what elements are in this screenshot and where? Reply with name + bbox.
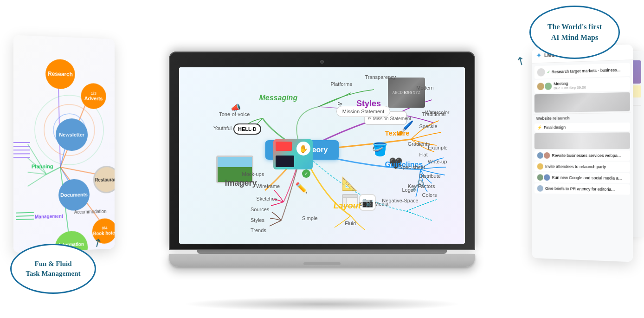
- flat-label: Flat: [419, 152, 427, 157]
- svg-line-8: [28, 144, 46, 175]
- right-card: ✦ LMG Accountancy ✓ Research target mark…: [532, 45, 633, 262]
- hello-speech-bubble: HELL·D: [233, 123, 261, 135]
- left-card: Research 1/3 Adverts Newsletter Document…: [13, 35, 115, 253]
- writeup-label: Write-up: [428, 159, 447, 164]
- simple-label: Simple: [302, 215, 318, 221]
- example-label: Example: [428, 145, 448, 150]
- specsheet-label: Spec-sheet: [399, 164, 425, 170]
- left-card-content: Research 1/3 Adverts Newsletter Document…: [13, 35, 115, 253]
- bottom-left-annotation-text: Fun & FluidTask Management: [26, 259, 80, 279]
- paint-bucket-icon: 🪣: [371, 138, 389, 161]
- left-adverts-node: 1/3 Adverts: [81, 83, 106, 109]
- section-label: Website relaunch: [534, 112, 631, 123]
- wireframe-label: Wireframe: [256, 183, 280, 189]
- task-item-7: Give briefs to PR agency for editoria...: [535, 183, 630, 195]
- laptop-bottom: [169, 254, 475, 267]
- task-item-1: ✓ Research target markets - business...: [535, 63, 630, 78]
- layout-label: Layout: [334, 201, 361, 211]
- pencil-icon: ✏️: [293, 180, 309, 196]
- left-management-text: Management: [35, 214, 63, 220]
- fluid-label: Fluid: [345, 221, 356, 226]
- distribute-label: Distribute: [419, 173, 440, 179]
- top-right-annotation-bubble: The World's firstAI Mind Maps: [529, 6, 620, 59]
- left-newsletter-node: Newsletter: [56, 118, 88, 151]
- flag-icon: 🏳: [336, 101, 343, 108]
- bottom-left-annotation-bubble: Fun & FluidTask Management: [10, 244, 96, 294]
- trends-label: Trends: [251, 227, 266, 233]
- speckle-label: Speckle: [419, 123, 437, 129]
- left-accommodation-text: Accommodation: [74, 209, 107, 215]
- laptop-screen: 🏳 Mission Statement Design Theory Imager…: [179, 67, 465, 244]
- staff-lines: [13, 139, 30, 161]
- top-annotation-arrow: ↙: [513, 54, 529, 68]
- right-card-content: ✦ LMG Accountancy ✓ Research target mark…: [532, 45, 633, 262]
- laptop-camera: [320, 60, 324, 64]
- messaging-label: Messaging: [259, 94, 297, 102]
- task-item-2: Meeting Due 27th Sep 09:00: [535, 77, 630, 93]
- ruler-icon: 📐: [339, 173, 360, 194]
- main-scene: Research 1/3 Adverts Newsletter Document…: [0, 0, 644, 318]
- tone-voice-label: Tone-of-voice: [219, 111, 250, 117]
- left-planning-text: Planning: [32, 163, 53, 169]
- stylessub-label: Styles: [251, 217, 264, 223]
- transparency-label: Transparency: [365, 74, 396, 80]
- left-research-node: Research: [45, 59, 75, 90]
- svg-line-11: [28, 174, 46, 186]
- sketches-label: Sketches: [256, 196, 277, 201]
- gradients-label: Gradients: [408, 141, 430, 147]
- negativespace-label: Negative-Space: [382, 198, 418, 203]
- mgmt-lines: [16, 210, 34, 222]
- sources-label: Sources: [251, 207, 269, 212]
- task-item-4: Rewrite businesses services webpa...: [535, 150, 630, 161]
- watercolor-label: Watercolor: [425, 110, 450, 115]
- youthful-label: Youthful: [213, 125, 232, 131]
- printing-type-image: ABCD K90 XYZ: [388, 78, 425, 108]
- laptop-bezel: 🏳 Mission Statement Design Theory Imager…: [169, 52, 475, 250]
- task-item-5: Invite attendees to relaunch party: [535, 162, 630, 172]
- styles-label: Styles: [356, 99, 381, 109]
- imagery-label: Imagery: [225, 178, 257, 188]
- logo-label: Logo: [402, 187, 413, 193]
- svg-line-10: [28, 172, 46, 174]
- platforms-label: Platforms: [330, 81, 352, 87]
- laptop: 🏳 Mission Statement Design Theory Imager…: [169, 52, 475, 267]
- right-card-body: ✓ Research target markets - business... …: [532, 60, 633, 262]
- top-right-annotation-text: The World's firstAI Mind Maps: [547, 22, 602, 43]
- laptop-shadow: [183, 297, 461, 311]
- colors-label: Colors: [422, 192, 437, 198]
- task-thumbnail-1: [535, 92, 630, 113]
- laptop-hinge: [197, 250, 447, 254]
- task-list: ✓ Research target markets - business... …: [532, 60, 633, 198]
- task-item-3: ⚡ Final design: [535, 123, 630, 132]
- mockups-label: Mock-ups: [242, 171, 264, 177]
- collage-image-node: ✋: [273, 139, 313, 169]
- texture-label: Texture: [385, 129, 410, 137]
- task-item-6: Run new Google and social media a...: [535, 172, 630, 183]
- mindmap-canvas: 🏳 Mission Statement Design Theory Imager…: [179, 67, 465, 244]
- task-thumbnail-2: [535, 132, 630, 149]
- modern-label: Modern: [416, 85, 433, 91]
